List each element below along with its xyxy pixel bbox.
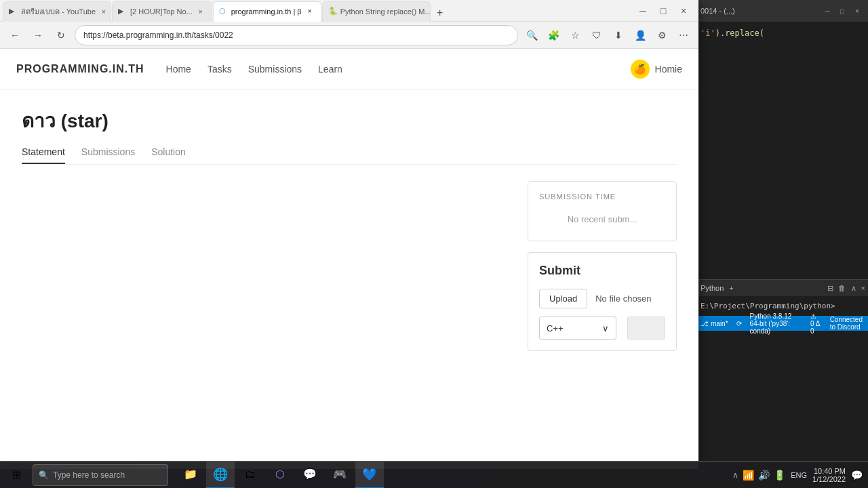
browser-window-controls: ─ □ × [633, 1, 693, 20]
toolbar-icons: 🔍 🧩 ☆ 🛡 ⬇ 👤 ⚙ ⋯ [522, 26, 693, 45]
task-tabs: Statement Submissions Solution [22, 146, 677, 165]
tab-favicon-python: 🐍 [328, 7, 338, 16]
browser-close-button[interactable]: × [674, 1, 693, 20]
status-branch[interactable]: ⎇ main* [701, 320, 728, 327]
task-tab-solution[interactable]: Solution [151, 146, 186, 164]
refresh-button[interactable]: ↻ [52, 26, 71, 45]
nav-tasks[interactable]: Tasks [208, 64, 232, 75]
browser-tabbar: ▶ สตรีมงเบบด - YouTube × ▶ [2 HOUR]Top N… [0, 0, 698, 22]
tab-close-youtube2[interactable]: × [195, 6, 206, 17]
forward-button[interactable]: → [28, 26, 47, 45]
vscode-up-icon[interactable]: ∧ [851, 284, 856, 292]
language-dropdown[interactable]: C++ ∨ [539, 317, 616, 340]
tab-favicon-youtube1: ▶ [9, 7, 18, 16]
tab-title-youtube1: สตรีมงเบบด - YouTube [21, 5, 96, 18]
browser-tab-python[interactable]: 🐍 Python String replace() M... × [322, 1, 431, 22]
vscode-tab-add[interactable]: + [729, 284, 733, 292]
code-method: ).replace( [715, 28, 764, 38]
tab-close-programming[interactable]: × [304, 6, 315, 17]
browser-tab-programming[interactable]: ⬡ programming.in.th | β × [213, 1, 321, 22]
tab-close-youtube1[interactable]: × [98, 6, 109, 17]
favorites-icon[interactable]: ☆ [566, 26, 585, 45]
shield-icon[interactable]: 🛡 [587, 26, 606, 45]
task-layout: SUBMISSION TIME No recent subm... Submit… [22, 181, 677, 351]
terminal-path-text: E:\Project\Programming\python> [701, 302, 863, 310]
vscode-window-controls: ─ □ × [822, 5, 863, 16]
browser-minimize-button[interactable]: ─ [633, 1, 652, 20]
submit-title: Submit [539, 264, 665, 278]
vscode-close-button[interactable]: × [852, 5, 863, 16]
browser-tab-youtube2[interactable]: ▶ [2 HOUR]Top No... × [112, 1, 212, 22]
vscode-trash-icon[interactable]: 🗑 [838, 284, 846, 292]
taskbar-app-edge[interactable]: 🌐 [206, 462, 235, 489]
menu-icon[interactable]: ⋯ [674, 26, 693, 45]
language-select-row: C++ ∨ [539, 317, 665, 340]
taskbar-app-discord[interactable]: ⬡ [266, 462, 294, 489]
browser-toolbar: ← → ↻ https://beta.programming.in.th/tas… [0, 22, 698, 49]
taskbar-app-game[interactable]: 🎮 [326, 462, 354, 489]
language-indicator[interactable]: ENG [791, 471, 807, 479]
upload-button[interactable]: Upload [539, 289, 587, 308]
profile-icon[interactable]: 👤 [631, 26, 650, 45]
tab-favicon-programming: ⬡ [219, 7, 229, 16]
taskbar-app-line[interactable]: 💬 [296, 462, 324, 489]
taskbar-left: ⊞ 🔍 Type here to search 📁 🌐 🗂 ⬡ 💬 🎮 [0, 462, 384, 489]
network-icon[interactable]: 📶 [743, 470, 754, 481]
submission-time-title: SUBMISSION TIME [539, 192, 665, 201]
status-errors[interactable]: ⚠ 0 Δ 0 [810, 312, 822, 335]
taskbar-time-text: 10:40 PM [812, 467, 846, 475]
taskbar-app-explorer[interactable]: 📁 [176, 462, 205, 489]
tab-title-python: Python String replace() M... [340, 7, 431, 16]
site-nav: Home Tasks Submissions Learn [166, 64, 342, 75]
status-python[interactable]: Python 3.8.12 64-bit ('py38': conda) [750, 312, 802, 335]
vscode-titlebar: 0014 - (...) ─ □ × [695, 0, 868, 22]
volume-icon[interactable]: 🔊 [758, 470, 770, 481]
search-icon[interactable]: 🔍 [522, 26, 541, 45]
task-tab-statement[interactable]: Statement [22, 146, 65, 164]
nav-submissions[interactable]: Submissions [248, 64, 302, 75]
user-area: 🍊 Homie [631, 60, 682, 79]
chevron-down-icon: ∨ [602, 323, 609, 333]
browser-tab-youtube1[interactable]: ▶ สตรีมงเบบด - YouTube × [3, 1, 111, 22]
settings-icon[interactable]: ⚙ [652, 26, 671, 45]
taskbar-apps: 📁 🌐 🗂 ⬡ 💬 🎮 💙 [176, 462, 384, 489]
back-button[interactable]: ← [5, 26, 24, 45]
vscode-close-panel-icon[interactable]: × [861, 284, 865, 292]
download-icon[interactable]: ⬇ [609, 26, 628, 45]
vscode-minimize-button[interactable]: ─ [822, 5, 833, 16]
site-header: PROGRAMMING.IN.TH Home Tasks Submissions… [0, 49, 698, 89]
address-bar[interactable]: https://beta.programming.in.th/tasks/002… [75, 25, 518, 45]
start-button[interactable]: ⊞ [3, 462, 30, 489]
taskbar-search-icon: 🔍 [39, 470, 49, 480]
language-value: C++ [547, 323, 564, 333]
vscode-icon: 💙 [362, 467, 377, 482]
task-tab-submissions[interactable]: Submissions [81, 146, 135, 164]
taskbar-search[interactable]: 🔍 Type here to search [33, 464, 168, 486]
battery-icon[interactable]: 🔋 [774, 470, 785, 481]
tab-favicon-youtube2: ▶ [118, 7, 127, 16]
vscode-maximize-button[interactable]: □ [837, 5, 848, 16]
site-logo[interactable]: PROGRAMMING.IN.TH [16, 63, 144, 75]
taskbar-app-filemanager[interactable]: 🗂 [236, 462, 264, 489]
new-tab-button[interactable]: + [431, 4, 449, 22]
upload-row: Upload No file chosen [539, 289, 665, 308]
username[interactable]: Homie [655, 64, 682, 75]
vscode-title-text: 0014 - (...) [701, 7, 816, 15]
taskbar-datetime[interactable]: 10:40 PM 1/12/2022 [812, 467, 846, 483]
explorer-icon: 📁 [184, 468, 197, 481]
taskbar-app-vscode[interactable]: 💙 [355, 462, 384, 489]
submit-action-button[interactable] [627, 317, 665, 340]
discord-icon: ⬡ [275, 468, 285, 481]
system-tray-icon[interactable]: ∧ [732, 470, 738, 480]
task-title: ดาว (star) [22, 106, 677, 136]
notification-icon[interactable]: 💬 [851, 470, 863, 481]
nav-home[interactable]: Home [166, 64, 191, 75]
status-sync[interactable]: ⟳ [736, 320, 742, 327]
vscode-split-icon[interactable]: ⊟ [827, 284, 833, 292]
extensions-icon[interactable]: 🧩 [544, 26, 563, 45]
vscode-tab-python[interactable]: Python [698, 283, 726, 293]
browser-maximize-button[interactable]: □ [654, 1, 673, 20]
vscode-code-area: 'i').replace( [695, 22, 868, 89]
status-discord[interactable]: Connected to Discord [830, 316, 863, 331]
nav-learn[interactable]: Learn [318, 64, 342, 75]
